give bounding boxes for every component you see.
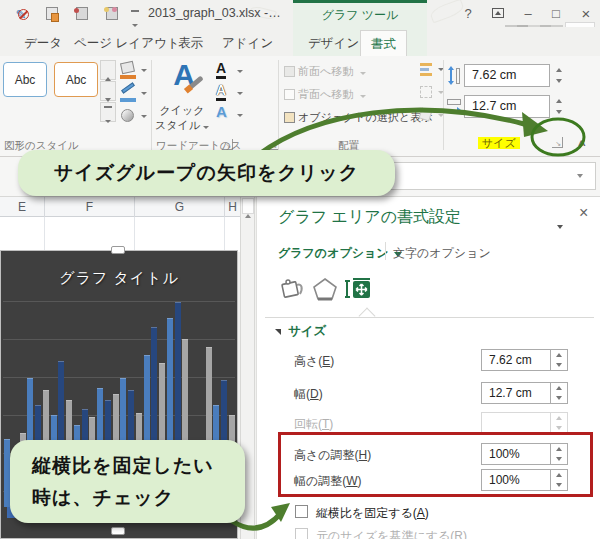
send-backward-button[interactable]: 背面へ移動 (284, 87, 366, 102)
shape-width-spinner[interactable] (552, 95, 566, 118)
height-value: 7.62 cm (489, 353, 532, 367)
group-objects-icon (420, 86, 432, 98)
rotation-label: 回転(T) (294, 416, 333, 433)
fill-color-bar (120, 75, 136, 79)
spin-down-icon (556, 426, 562, 430)
qat-table-button[interactable] (72, 5, 94, 23)
effects-icon (121, 109, 134, 122)
column-header-e[interactable]: E (0, 197, 45, 217)
text-effects-icon: A (216, 103, 227, 120)
qat-ink-button[interactable]: ✎ (10, 5, 32, 23)
size-properties-tab[interactable] (344, 275, 372, 303)
gallery-more-line (104, 106, 112, 108)
collapse-triangle-icon (275, 329, 281, 335)
text-outline-button[interactable]: A (216, 81, 252, 100)
column-header-f[interactable]: F (45, 197, 135, 217)
qat-paste-button[interactable] (42, 5, 64, 23)
scroll-up-button[interactable] (242, 198, 254, 214)
ribbon-display-button[interactable] (485, 4, 511, 23)
outline-color-bar (120, 98, 136, 102)
chevron-down-icon (237, 114, 243, 117)
shape-effects-button[interactable] (119, 107, 149, 128)
quick-styles-label[interactable]: クイック スタイル (150, 103, 214, 133)
pencil-icon (121, 82, 135, 93)
gridline (134, 217, 135, 252)
pane-close-button[interactable]: × (579, 204, 588, 222)
bring-forward-label: 前面へ移動 (298, 65, 353, 77)
help-button[interactable]: ? (455, 4, 481, 23)
height-label: 高さ(E) (294, 353, 334, 370)
maximize-button[interactable]: □ (543, 4, 569, 23)
width-box (447, 99, 461, 105)
qat-table2-button[interactable] (102, 5, 124, 23)
spin-down-icon (556, 396, 562, 400)
rotation-spinner (550, 413, 567, 433)
chart-selection-handle-top[interactable] (111, 246, 125, 254)
red-annotation-box (278, 432, 593, 497)
bring-forward-button[interactable]: 前面へ移動 (284, 64, 366, 79)
shape-outline-button[interactable] (119, 84, 149, 105)
close-button[interactable]: × (573, 4, 599, 23)
column-header-h[interactable]: H (225, 197, 240, 217)
spin-up-icon (556, 99, 562, 103)
text-effects-button[interactable]: A (216, 103, 252, 122)
shape-style-swatch[interactable]: Abc (3, 62, 47, 97)
bring-forward-icon (284, 66, 295, 77)
gallery-more-button[interactable] (100, 102, 116, 122)
chevron-down-icon (557, 225, 563, 229)
width-input[interactable]: 12.7 cm (481, 382, 568, 404)
relative-to-original-checkbox (295, 528, 308, 539)
tab-view[interactable]: 表示 (168, 30, 213, 56)
bottom-callout-line1: 縦横比を固定したい (32, 455, 214, 476)
shape-width-input[interactable]: 12.7 cm (464, 95, 550, 118)
height-input[interactable]: 7.62 cm (481, 349, 568, 371)
width-arrow (457, 107, 461, 113)
minimize-button[interactable]: – (515, 4, 541, 23)
effects-tab[interactable] (311, 275, 339, 303)
qat-customize-button[interactable] (128, 5, 142, 23)
lock-aspect-ratio-checkbox[interactable] (295, 505, 308, 518)
pink-dot-icon (112, 7, 117, 12)
shape-fill-button[interactable] (119, 61, 149, 82)
quick-styles-button[interactable]: A (158, 58, 210, 104)
tab-chart-options-label: グラフのオプション (278, 246, 389, 260)
chevron-down-icon (360, 72, 366, 75)
column-header-g[interactable]: G (135, 197, 225, 217)
send-backward-icon (284, 89, 295, 100)
spin-up-icon (556, 68, 562, 72)
fill-line-tab[interactable] (279, 275, 307, 303)
size-dialog-launcher[interactable] (552, 137, 563, 148)
shape-height-icon (447, 66, 462, 87)
text-fill-button[interactable]: A (216, 59, 252, 78)
chart-selection-handle-bottom[interactable] (111, 527, 125, 535)
width-value: 12.7 cm (489, 386, 532, 400)
selection-pane-button[interactable]: オブジェクトの選択と表示 (284, 110, 432, 125)
size-section-header[interactable]: サイズ (275, 323, 326, 340)
gallery-up-button[interactable] (100, 60, 116, 80)
height-arrow-down (448, 81, 454, 85)
tab-text-options[interactable]: 文字のオプション (393, 245, 491, 262)
chevron-down-icon (360, 95, 366, 98)
pane-menu-button[interactable] (557, 215, 563, 233)
tab-addins[interactable]: アドイン (212, 30, 283, 56)
relative-to-original-label: 元のサイズを基準にする(R) (316, 528, 467, 539)
tab-format[interactable]: 書式 (360, 30, 407, 56)
bottom-callout-line2: 時は、チェック (32, 487, 174, 508)
spin-down-icon (556, 79, 562, 83)
height-line (450, 70, 452, 81)
quick-styles-line1: クイック (159, 104, 204, 116)
gallery-down-button[interactable] (100, 81, 116, 101)
collapse-ribbon-button[interactable]: ^ (578, 137, 586, 152)
spin-down-icon (556, 110, 562, 114)
shape-style-swatch[interactable]: Abc (54, 62, 98, 97)
tab-chart-options[interactable]: グラフのオプション (278, 245, 402, 262)
shape-height-input[interactable]: 7.62 cm (464, 64, 550, 87)
tab-design[interactable]: デザイン (298, 30, 369, 56)
width-spinner[interactable] (550, 383, 567, 403)
width-label: 幅(D) (294, 386, 323, 403)
align-icon (420, 63, 432, 66)
shape-height-spinner[interactable] (552, 64, 566, 87)
red-dot-icon (74, 8, 79, 13)
ribbon-display-icon (492, 8, 504, 18)
height-spinner[interactable] (550, 350, 567, 370)
